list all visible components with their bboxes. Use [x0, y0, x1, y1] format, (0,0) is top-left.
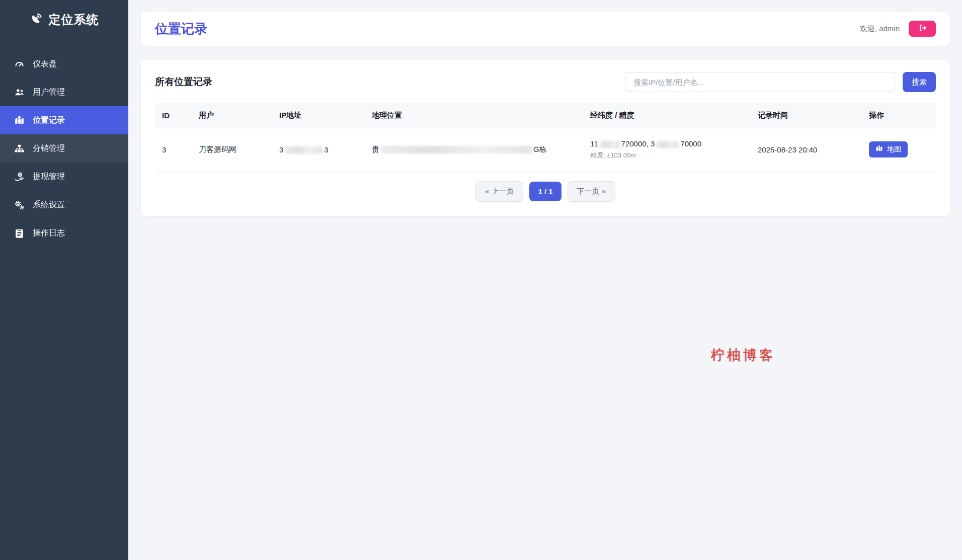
col-header-time: 记录时间 [751, 103, 862, 128]
cell-location: 贵G栋 [365, 128, 583, 172]
cell-coords: 11720000, 370000 精度: ±103.00m [583, 128, 751, 172]
search-group: 搜索 [625, 72, 936, 92]
sidebar-item-label: 系统设置 [33, 200, 65, 210]
sidebar-item-dashboard[interactable]: 仪表盘 [0, 50, 128, 78]
sidebar-item-label: 操作日志 [33, 228, 65, 238]
sidebar-item-label: 仪表盘 [33, 59, 57, 69]
next-page-button[interactable]: 下一页 » [568, 181, 616, 202]
sidebar-item-distribution[interactable]: 分销管理 [0, 134, 128, 163]
sitemap-icon [14, 143, 25, 154]
col-header-coords: 经纬度 / 精度 [583, 103, 751, 128]
cell-actions: 地图 [862, 128, 936, 172]
users-icon [14, 87, 25, 98]
topbar-right: 欢迎, admin [860, 21, 936, 37]
sidebar-menu: 仪表盘 用户管理 位置记录 [0, 50, 128, 247]
col-header-location: 地理位置 [365, 103, 583, 128]
sidebar-item-label: 位置记录 [33, 115, 65, 126]
top-header-card: 位置记录 欢迎, admin [141, 12, 950, 46]
accuracy-text: 精度: ±103.00m [590, 151, 744, 160]
gears-icon [14, 200, 25, 210]
current-page-indicator: 1 / 1 [529, 182, 561, 201]
map-button[interactable]: 地图 [869, 141, 908, 157]
prev-page-button[interactable]: « 上一页 [475, 181, 524, 202]
redacted-blur [285, 146, 323, 154]
search-button[interactable]: 搜索 [903, 72, 936, 92]
table-row: 3 刀客源码网 33 贵G栋 11720000, 370000 精度: ±103… [155, 128, 936, 172]
sidebar-item-withdrawal[interactable]: 提现管理 [0, 163, 128, 191]
cell-ip: 33 [272, 128, 365, 172]
coordinates-text: 11720000, 370000 [590, 139, 744, 148]
map-button-label: 地图 [887, 145, 901, 154]
watermark-text: 柠柚博客 [711, 346, 775, 364]
sidebar-item-logs[interactable]: 操作日志 [0, 219, 128, 247]
col-header-user: 用户 [192, 103, 272, 128]
sidebar-item-location-records[interactable]: 位置记录 [0, 106, 128, 134]
page-title: 位置记录 [155, 20, 207, 38]
sidebar-item-settings[interactable]: 系统设置 [0, 191, 128, 219]
sign-out-icon [918, 24, 927, 34]
panel-title: 所有位置记录 [155, 75, 212, 89]
sidebar-item-label: 用户管理 [33, 87, 65, 98]
col-header-actions: 操作 [862, 103, 936, 128]
sidebar-item-users[interactable]: 用户管理 [0, 78, 128, 106]
cell-time: 2025-08-23 20:40 [751, 128, 862, 172]
sidebar-item-label: 分销管理 [33, 143, 65, 154]
sidebar: 定位系统 仪表盘 用户管理 [0, 0, 128, 560]
pagination: « 上一页 1 / 1 下一页 » [155, 181, 936, 202]
col-header-id: ID [155, 103, 192, 128]
redacted-blur [600, 141, 620, 148]
app-title: 定位系统 [49, 12, 99, 28]
logout-button[interactable] [909, 21, 936, 37]
records-panel: 所有位置记录 搜索 ID 用户 IP地址 地理位置 经纬度 / 精度 记录时间 [141, 60, 950, 216]
table-header-row: ID 用户 IP地址 地理位置 经纬度 / 精度 记录时间 操作 [155, 103, 936, 128]
search-input[interactable] [625, 72, 895, 92]
col-header-ip: IP地址 [272, 103, 365, 128]
sidebar-item-label: 提现管理 [33, 172, 65, 182]
main-content: 位置记录 欢迎, admin 所有位置记录 搜索 [128, 0, 962, 560]
records-table: ID 用户 IP地址 地理位置 经纬度 / 精度 记录时间 操作 3 刀客源码网… [155, 103, 936, 172]
redacted-blur [656, 141, 679, 148]
cell-user: 刀客源码网 [192, 128, 272, 172]
clipboard-icon [14, 228, 25, 238]
hand-coin-icon [14, 172, 25, 182]
app-logo: 定位系统 [0, 0, 128, 39]
cell-id: 3 [155, 128, 192, 172]
satellite-dish-icon [30, 12, 43, 27]
panel-toolbar: 所有位置记录 搜索 [155, 72, 936, 92]
gauge-icon [14, 59, 25, 69]
redacted-blur [381, 146, 532, 153]
map-marker-icon [14, 115, 25, 126]
welcome-text: 欢迎, admin [860, 24, 900, 34]
map-icon [875, 145, 883, 154]
